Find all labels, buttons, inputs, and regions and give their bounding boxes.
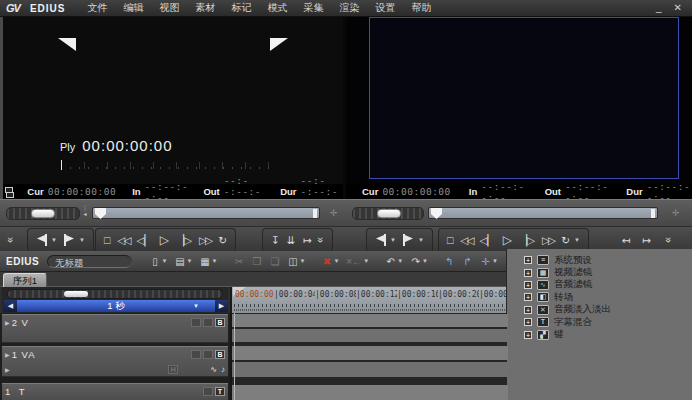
overwrite-to-timeline-button[interactable]: ↧: [271, 230, 280, 250]
track-lock-toggle[interactable]: [203, 387, 213, 396]
undo-button[interactable]: ↶▼: [383, 256, 405, 267]
track-lock-toggle[interactable]: [191, 350, 201, 359]
add-to-timeline-button[interactable]: ↰: [442, 256, 457, 267]
delete-button[interactable]: ✖▼: [319, 256, 341, 267]
recorder-more-button[interactable]: »: [659, 237, 679, 243]
project-title-field[interactable]: 无标题: [47, 255, 132, 268]
goto-in-button[interactable]: ↤: [622, 230, 631, 250]
menu-item[interactable]: 帮助: [403, 0, 439, 16]
close-button[interactable]: ✕: [674, 1, 682, 15]
expand-plus-icon[interactable]: +: [524, 318, 532, 326]
track-lock-toggle[interactable]: [191, 318, 201, 327]
stop-button[interactable]: □: [447, 230, 453, 250]
player-position-slider[interactable]: [92, 207, 320, 219]
set-in-caret-icon[interactable]: ▼: [390, 237, 396, 243]
set-in-caret-icon[interactable]: ▼: [51, 237, 57, 243]
player-monitor[interactable]: Ply 00:00:00:00: [3, 17, 343, 184]
menu-item[interactable]: 素材: [187, 0, 223, 16]
play-button[interactable]: ▷: [503, 230, 512, 250]
set-out-caret-icon[interactable]: ▼: [418, 237, 424, 243]
recorder-position-handle[interactable]: [431, 208, 442, 219]
palette-tree-item[interactable]: + ▦ 视频滤镜: [524, 266, 692, 278]
set-in-icon[interactable]: [375, 234, 386, 246]
scale-caret-icon[interactable]: ▼: [193, 300, 199, 312]
ripple-delete-button[interactable]: ×←▼: [344, 256, 371, 267]
player-position-handle[interactable]: [95, 208, 106, 219]
fast-forward-button[interactable]: ▷▷: [199, 230, 211, 250]
loop-playback-button[interactable]: ↻: [218, 230, 227, 250]
sequence-tab[interactable]: 序列1: [3, 273, 47, 287]
scale-value-dropdown[interactable]: 1 秒▼: [17, 300, 215, 312]
menu-item[interactable]: 文件: [79, 0, 115, 16]
open-project-button[interactable]: ▤▼: [173, 256, 195, 267]
menu-item[interactable]: 标记: [223, 0, 259, 16]
expand-plus-icon[interactable]: +: [524, 331, 532, 339]
insert-to-timeline-button[interactable]: ⇊: [287, 230, 296, 250]
dual-monitor-icon[interactable]: [5, 187, 11, 197]
loop-playback-button[interactable]: ↻: [561, 230, 570, 250]
palette-tree-item[interactable]: + ✕ 音频淡入淡出: [524, 304, 692, 316]
paste-button[interactable]: ❏: [267, 256, 282, 267]
track-sync-toggle[interactable]: B: [215, 350, 225, 359]
track-mute-toggle[interactable]: [203, 350, 213, 359]
render-in-out-button[interactable]: ↱: [460, 256, 475, 267]
set-out-icon[interactable]: [64, 234, 75, 246]
expand-plus-icon[interactable]: +: [524, 269, 532, 277]
new-project-button[interactable]: ▯▼: [148, 256, 170, 267]
play-button[interactable]: ▷: [160, 230, 169, 250]
menu-item[interactable]: 采集: [295, 0, 331, 16]
player-more-button[interactable]: »: [1, 237, 21, 243]
next-frame-button[interactable]: ▕▷: [176, 230, 192, 250]
timeline-lanes[interactable]: [230, 313, 506, 400]
set-out-caret-icon[interactable]: ▼: [79, 237, 85, 243]
recorder-monitor[interactable]: [346, 17, 692, 184]
palette-tree-item[interactable]: + ∿ 音频滤镜: [524, 279, 692, 291]
expand-plus-icon[interactable]: +: [524, 281, 532, 289]
timeline-playhead-line[interactable]: [234, 313, 235, 400]
track-expander-icon[interactable]: ▶: [5, 351, 10, 358]
track-expander-icon[interactable]: ▶: [5, 319, 10, 326]
player-jog-slider[interactable]: [6, 207, 80, 220]
palette-tree-item[interactable]: + T 字幕混合: [524, 316, 692, 328]
redo-button[interactable]: ↷▼: [408, 256, 430, 267]
minimize-button[interactable]: _: [656, 1, 662, 15]
rewind-button[interactable]: ◁◁: [460, 230, 472, 250]
player-jog-handle[interactable]: [31, 209, 55, 218]
expand-plus-icon[interactable]: +: [524, 306, 532, 314]
recorder-position-slider[interactable]: [428, 207, 658, 219]
track-header-v[interactable]: ▶ 2 V B: [2, 314, 228, 343]
scale-next-button[interactable]: ▶: [215, 300, 228, 312]
next-frame-button[interactable]: ▕▷: [519, 230, 535, 250]
expand-plus-icon[interactable]: +: [524, 293, 532, 301]
audio-sub-expander-icon[interactable]: ▶: [5, 366, 10, 373]
goto-out-button[interactable]: ↦: [642, 230, 651, 250]
recorder-jog-slider[interactable]: [352, 207, 424, 220]
title-track-toggle[interactable]: T: [215, 387, 225, 396]
loop-caret-icon[interactable]: ▼: [574, 237, 580, 243]
menu-item[interactable]: 模式: [259, 0, 295, 16]
set-in-icon[interactable]: [36, 234, 47, 246]
copy-button[interactable]: ❐: [249, 256, 264, 267]
timeline-zoom-slider[interactable]: [7, 289, 223, 299]
prev-frame-button[interactable]: ◁▏: [137, 230, 153, 250]
save-project-button[interactable]: ▦▼: [197, 256, 219, 267]
track-header-t[interactable]: 1 T T: [2, 383, 228, 400]
expand-plus-icon[interactable]: +: [524, 256, 532, 264]
rewind-button[interactable]: ◁◁: [117, 230, 129, 250]
timeline-zoom-handle[interactable]: [64, 291, 88, 297]
track-mute-toggle[interactable]: [203, 318, 213, 327]
stop-button[interactable]: □: [104, 230, 110, 250]
prev-frame-button[interactable]: ◁▏: [480, 230, 496, 250]
recorder-jog-handle[interactable]: [377, 209, 401, 218]
menu-item[interactable]: 渲染: [331, 0, 367, 16]
audio-mute-toggle[interactable]: H: [168, 365, 178, 374]
waveform-icon[interactable]: ∿: [210, 365, 217, 374]
track-sync-toggle[interactable]: B: [215, 318, 225, 327]
timeline-ruler[interactable]: 00:00:00:00 |00:00:04:00|00:00:08:00|00:…: [230, 287, 506, 313]
scale-prev-button[interactable]: ◀: [4, 300, 17, 312]
palette-tree-item[interactable]: + ≡ 系统预设: [524, 254, 692, 266]
player-slider-extra-icon[interactable]: ✛: [330, 208, 338, 218]
menu-item[interactable]: 视图: [151, 0, 187, 16]
menu-item[interactable]: 编辑: [115, 0, 151, 16]
set-out-icon[interactable]: [403, 234, 414, 246]
